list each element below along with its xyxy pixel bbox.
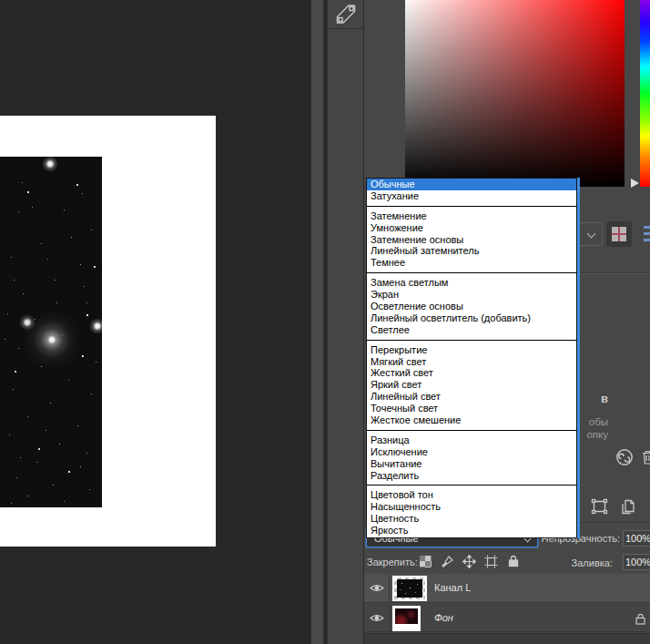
eye-icon <box>370 583 384 593</box>
star-dots-big <box>0 157 2 158</box>
photoshop-window: в обы опку <box>0 0 650 644</box>
layer-visibility-toggle[interactable] <box>364 604 390 631</box>
list-icon[interactable] <box>644 226 650 242</box>
transparency-checker-icon <box>420 556 432 567</box>
layers-panel-footer <box>364 633 650 644</box>
blend-mode-option[interactable]: Замена светлым <box>367 277 576 289</box>
lock-label: Закрепить: <box>367 557 418 567</box>
brush-icon <box>441 555 454 568</box>
blend-mode-option[interactable]: Темнее <box>367 257 576 269</box>
blend-mode-option[interactable]: Цветность <box>367 513 576 525</box>
menu-divider <box>367 206 576 207</box>
blend-mode-option[interactable]: Исключение <box>367 446 576 458</box>
creative-cloud-icon[interactable] <box>615 448 634 466</box>
lock-artboard-button[interactable] <box>483 553 499 569</box>
menu-divider <box>367 485 576 486</box>
blend-mode-option[interactable]: Линейный затемнитель <box>367 245 576 257</box>
lock-paint-button[interactable] <box>440 553 455 569</box>
blend-mode-option[interactable]: Осветление основы <box>367 301 576 312</box>
blend-mode-option[interactable]: Затемнение <box>367 210 576 222</box>
galaxy-blob <box>0 157 102 507</box>
frame-icon[interactable] <box>591 498 608 515</box>
color-saturation-square[interactable] <box>405 0 625 187</box>
trash-icon[interactable] <box>642 450 650 465</box>
layer-name[interactable]: Фон <box>434 612 453 623</box>
blend-mode-option[interactable]: Затухание <box>367 190 576 202</box>
blend-mode-option[interactable]: Яркий свет <box>367 379 576 391</box>
grid-swatch-icon <box>612 227 626 241</box>
move-icon <box>462 555 476 568</box>
blend-mode-option[interactable]: Экран <box>367 289 576 301</box>
blend-mode-menu: ОбычныеЗатуханиеЗатемнениеУмножениеЗатем… <box>366 178 577 538</box>
hue-slider-pointer[interactable] <box>631 179 639 188</box>
layer-row-fon[interactable]: Фон <box>364 604 650 632</box>
blend-mode-option[interactable]: Разделить <box>367 470 576 482</box>
blend-mode-option[interactable]: Насыщенность <box>367 501 576 513</box>
grid-view-button[interactable] <box>606 221 632 247</box>
blend-mode-option[interactable]: Перекрытие <box>367 344 576 356</box>
eye-icon <box>370 613 384 623</box>
menu-divider <box>367 272 576 273</box>
blend-mode-option[interactable]: Жесткий свет <box>367 367 576 379</box>
hue-slider-strip[interactable] <box>640 0 650 187</box>
fill-value[interactable]: 100% <box>623 554 650 570</box>
layer-thumbnail[interactable] <box>392 576 427 601</box>
opacity-value[interactable]: 100% <box>623 530 650 547</box>
slice-panel-icon <box>333 3 358 26</box>
astro-image[interactable] <box>0 157 102 507</box>
blend-mode-option[interactable]: Мягкий свет <box>367 356 576 368</box>
new-page-icon[interactable] <box>621 499 635 515</box>
blend-mode-option[interactable]: Затемнение основы <box>367 234 576 246</box>
lock-position-button[interactable] <box>462 553 477 569</box>
menu-divider <box>367 430 576 431</box>
blend-mode-option[interactable]: Яркость <box>367 525 576 537</box>
layer-thumbnail[interactable] <box>392 606 421 631</box>
layer-name[interactable]: Канал L <box>434 582 471 593</box>
blend-mode-option[interactable]: Жесткое смешение <box>367 414 576 426</box>
collapsed-panel-button[interactable] <box>328 0 363 29</box>
layer-visibility-toggle[interactable] <box>364 574 390 602</box>
panel-icon-strip <box>327 0 364 644</box>
blend-mode-option[interactable]: Линейный осветлитель (добавить) <box>367 312 576 324</box>
blend-mode-option[interactable]: Разница <box>367 434 576 446</box>
blend-mode-option[interactable]: Вычитание <box>367 458 576 470</box>
menu-divider <box>367 340 576 341</box>
blend-mode-option[interactable]: Цветовой тон <box>367 489 576 501</box>
padlock-icon <box>508 555 519 567</box>
document-canvas[interactable] <box>0 116 216 547</box>
artboard-icon <box>484 555 498 568</box>
blend-mode-option[interactable]: Светлее <box>367 324 576 336</box>
lock-all-button[interactable] <box>505 553 521 569</box>
lock-transparency-button[interactable] <box>418 553 433 569</box>
blend-mode-option[interactable]: Точечный свет <box>367 403 576 414</box>
chevron-down-icon <box>587 230 596 239</box>
blend-mode-option[interactable]: Умножение <box>367 222 576 234</box>
blend-mode-option[interactable]: Линейный свет <box>367 391 576 403</box>
layer-lock-icon <box>635 613 645 625</box>
fill-label: Заливка: <box>546 557 613 568</box>
vertical-scrollbar[interactable] <box>311 0 325 644</box>
blend-mode-option[interactable]: Обычные <box>367 179 576 190</box>
layer-row-kanal-l[interactable]: Канал L <box>364 574 650 603</box>
